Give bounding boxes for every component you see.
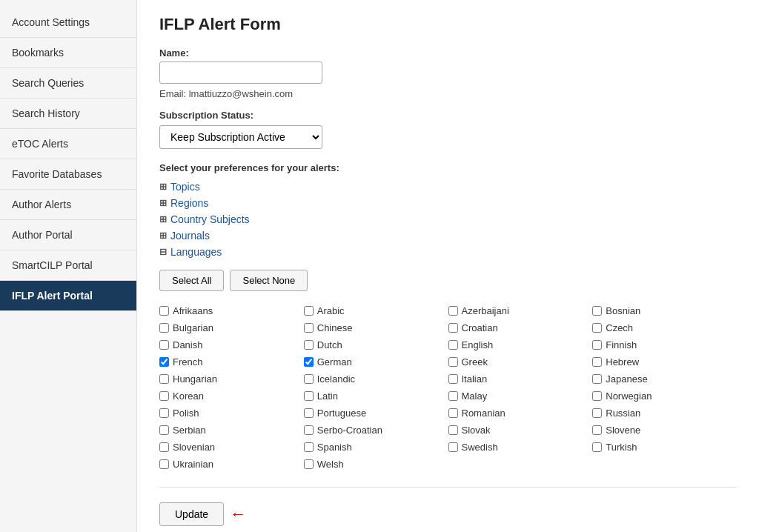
lang-label: Greek	[462, 356, 488, 368]
lang-checkbox-arabic[interactable]	[304, 306, 314, 316]
sidebar-item-etoc-alerts[interactable]: eTOC Alerts	[0, 129, 136, 159]
lang-checkbox-french[interactable]	[159, 357, 169, 367]
lang-checkbox-japanese[interactable]	[592, 374, 602, 384]
lang-checkbox-portuguese[interactable]	[304, 408, 314, 418]
lang-checkbox-welsh[interactable]	[304, 459, 314, 469]
sidebar: Account SettingsBookmarksSearch QueriesS…	[0, 0, 137, 532]
lang-item: Slovak	[448, 422, 593, 438]
sidebar-item-author-portal[interactable]: Author Portal	[0, 220, 136, 250]
lang-item: Slovene	[592, 422, 737, 438]
lang-checkbox-dutch[interactable]	[304, 340, 314, 350]
sidebar-item-bookmarks[interactable]: Bookmarks	[0, 38, 136, 68]
email-text: Email: lmattiuzzo@wshein.com	[159, 88, 737, 99]
lang-checkbox-german[interactable]	[304, 357, 314, 367]
lang-item: Italian	[448, 371, 593, 387]
collapse-icon: ⊟	[159, 247, 167, 257]
lang-label: Norwegian	[606, 390, 652, 402]
lang-checkbox-italian[interactable]	[448, 374, 458, 384]
lang-item: Finnish	[592, 337, 737, 353]
sidebar-item-search-history[interactable]: Search History	[0, 99, 136, 129]
lang-checkbox-czech[interactable]	[592, 323, 602, 333]
lang-checkbox-serbian[interactable]	[159, 425, 169, 435]
lang-item: Spanish	[304, 439, 448, 455]
lang-checkbox-serbo-croatian[interactable]	[304, 425, 314, 435]
expand-icon: ⊞	[159, 182, 167, 192]
preference-links: ⊞Topics⊞Regions⊞Country Subjects⊞Journal…	[159, 181, 737, 258]
lang-checkbox-romanian[interactable]	[448, 408, 458, 418]
lang-checkbox-norwegian[interactable]	[592, 391, 602, 401]
sidebar-item-favorite-databases[interactable]: Favorite Databases	[0, 159, 136, 190]
lang-item: Welsh	[304, 456, 448, 472]
expand-icon: ⊞	[159, 230, 167, 241]
sidebar-item-author-alerts[interactable]: Author Alerts	[0, 190, 136, 220]
lang-item: Czech	[592, 320, 737, 336]
lang-label: Bulgarian	[173, 322, 213, 333]
pref-link-languages[interactable]: ⊟Languages	[159, 246, 737, 258]
lang-item: Romanian	[448, 405, 593, 421]
sidebar-item-iflp-alert-portal[interactable]: IFLP Alert Portal	[0, 281, 136, 311]
lang-checkbox-ukrainian[interactable]	[159, 459, 169, 469]
lang-checkbox-bulgarian[interactable]	[159, 323, 169, 333]
lang-item: Malay	[448, 388, 593, 404]
lang-checkbox-hungarian[interactable]	[159, 374, 169, 384]
sidebar-item-account-settings[interactable]: Account Settings	[0, 7, 136, 38]
sidebar-item-smartcilp-portal[interactable]: SmartCILP Portal	[0, 250, 136, 281]
sidebar-item-search-queries[interactable]: Search Queries	[0, 68, 136, 99]
expand-icon: ⊞	[159, 214, 167, 225]
lang-label: Latin	[317, 390, 338, 402]
pref-link-journals[interactable]: ⊞Journals	[159, 230, 737, 242]
languages-grid: AfrikaansBulgarianDanishFrenchHungarianK…	[159, 303, 737, 472]
lang-checkbox-slovak[interactable]	[448, 425, 458, 435]
select-buttons: Select All Select None	[159, 270, 737, 291]
lang-label: Portuguese	[317, 408, 367, 419]
name-input[interactable]	[159, 61, 322, 84]
lang-checkbox-malay[interactable]	[448, 391, 458, 401]
lang-label: Welsh	[317, 459, 344, 470]
lang-checkbox-croatian[interactable]	[448, 323, 458, 333]
lang-item: Dutch	[304, 337, 448, 353]
lang-label: Slovak	[462, 425, 491, 436]
lang-checkbox-hebrew[interactable]	[592, 357, 602, 367]
lang-label: English	[462, 339, 494, 350]
lang-checkbox-slovenian[interactable]	[159, 442, 169, 452]
name-label: Name:	[159, 47, 737, 59]
lang-label: Swedish	[462, 442, 498, 453]
lang-checkbox-russian[interactable]	[592, 408, 602, 418]
lang-label: Azerbaijani	[462, 305, 509, 316]
subscription-select[interactable]: Keep Subscription ActiveCancel Subscript…	[159, 125, 322, 149]
lang-item: Turkish	[592, 439, 737, 455]
lang-label: Afrikaans	[173, 305, 213, 316]
lang-checkbox-korean[interactable]	[159, 391, 169, 401]
lang-checkbox-icelandic[interactable]	[304, 374, 314, 384]
update-button[interactable]: Update	[159, 502, 224, 526]
lang-checkbox-afrikaans[interactable]	[159, 306, 169, 316]
lang-checkbox-turkish[interactable]	[592, 442, 602, 452]
select-none-button[interactable]: Select None	[230, 270, 308, 291]
lang-item: Swedish	[448, 439, 593, 455]
lang-checkbox-greek[interactable]	[448, 357, 458, 367]
lang-checkbox-spanish[interactable]	[304, 442, 314, 452]
lang-item: English	[448, 337, 593, 353]
lang-checkbox-chinese[interactable]	[304, 323, 314, 333]
lang-label: Serbo-Croatian	[317, 425, 382, 436]
lang-checkbox-latin[interactable]	[304, 391, 314, 401]
lang-checkbox-azerbaijani[interactable]	[448, 306, 458, 316]
pref-link-country-subjects[interactable]: ⊞Country Subjects	[159, 213, 737, 225]
pref-link-topics[interactable]: ⊞Topics	[159, 181, 737, 193]
lang-item: Icelandic	[304, 371, 448, 387]
lang-checkbox-polish[interactable]	[159, 408, 169, 418]
select-all-button[interactable]: Select All	[159, 270, 224, 291]
lang-label: Polish	[173, 408, 199, 419]
lang-item: Azerbaijani	[448, 303, 593, 319]
lang-item: French	[159, 354, 304, 370]
lang-label: French	[173, 356, 202, 368]
lang-checkbox-bosnian[interactable]	[592, 306, 602, 316]
lang-item: Arabic	[304, 303, 448, 319]
lang-checkbox-slovene[interactable]	[592, 425, 602, 435]
lang-checkbox-swedish[interactable]	[448, 442, 458, 452]
lang-checkbox-english[interactable]	[448, 340, 458, 350]
lang-checkbox-danish[interactable]	[159, 340, 169, 350]
lang-checkbox-finnish[interactable]	[592, 340, 602, 350]
pref-link-regions[interactable]: ⊞Regions	[159, 197, 737, 209]
lang-item: Hebrew	[592, 354, 737, 370]
